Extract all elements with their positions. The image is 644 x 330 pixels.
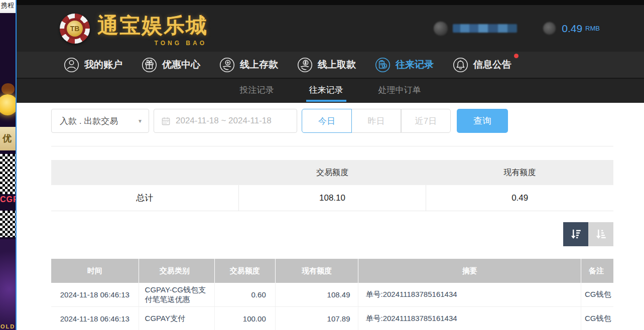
chip-monogram: TB <box>67 21 83 37</box>
brand-name-en: TONG BAO <box>155 40 207 47</box>
main-window: TB 通宝娱乐城 TONG BAO 0.49 RMB 我的账户 <box>16 0 644 330</box>
records-clipboard-clock-icon <box>374 57 391 73</box>
transaction-type-value: 入款 . 出款交易 <box>60 115 118 127</box>
date-range-value: 2024-11-18 ~ 2024-11-18 <box>176 116 272 126</box>
cell-summary: 单号:202411183785161434 <box>358 307 581 330</box>
col-header-remark: 备注 <box>581 259 613 283</box>
table-row: 2024-11-18 06:46:13 CGPAY支付 100.00 107.8… <box>51 307 613 330</box>
records-table: 时间 交易类别 交易额度 现有额度 摘要 备注 2024-11-18 06:46… <box>51 259 613 330</box>
nav-label: 线上取款 <box>318 58 356 71</box>
primary-nav: 我的账户 优惠中心 线上存款 <box>17 52 644 78</box>
brand-name-cn: 通宝娱乐城 <box>97 12 208 40</box>
sort-controls <box>51 222 613 246</box>
tab-processing-orders[interactable]: 处理中订单 <box>375 79 424 103</box>
poker-chip-logo-icon: TB <box>60 14 90 44</box>
records-content: 入款 . 出款交易 ▼ 2024-11-18 ~ 2024-11-18 今日 <box>17 103 644 330</box>
background-browser-tab[interactable]: 携程 <box>0 0 16 13</box>
cell-transaction-amount: 0.60 <box>214 283 275 306</box>
summary-transaction-amount: 108.10 <box>238 185 426 211</box>
last-7-days-button[interactable]: 近7日 <box>401 109 451 133</box>
query-button[interactable]: 查询 <box>457 109 508 133</box>
nav-label: 优惠中心 <box>162 58 200 71</box>
cell-type: CGPAY支付 <box>139 307 214 330</box>
nav-label: 线上存款 <box>240 58 278 71</box>
deposit-coin-hand-icon <box>219 57 235 73</box>
col-header-time: 时间 <box>51 259 139 283</box>
nav-item-my-account[interactable]: 我的账户 <box>63 57 122 73</box>
col-header-summary: 摘要 <box>358 259 581 283</box>
nav-item-transaction-records[interactable]: 往来记录 <box>374 57 434 73</box>
summary-table-row: 总计 108.10 0.49 <box>51 185 613 211</box>
cell-current-amount: 108.49 <box>275 283 358 306</box>
site-logo[interactable]: TB 通宝娱乐城 TONG BAO <box>60 12 208 46</box>
bull-mascot-image <box>2 83 15 94</box>
cell-current-amount: 107.89 <box>275 307 358 330</box>
gold-coin-image <box>0 94 16 115</box>
cell-time: 2024-11-18 06:46:13 <box>51 283 139 306</box>
tab-transaction-records[interactable]: 往来记录 <box>306 79 346 103</box>
summary-table-header: 交易额度 现有额度 <box>51 160 613 185</box>
cell-time: 2024-11-18 06:46:13 <box>51 307 139 330</box>
promo-banner: 优 <box>0 127 16 150</box>
summary-header-current-amount: 现有额度 <box>426 160 613 185</box>
nav-item-announcements[interactable]: 信息公告 <box>452 57 511 73</box>
tab-betting-records[interactable]: 投注记录 <box>237 79 277 103</box>
summary-header-empty <box>51 160 238 185</box>
nav-item-online-deposit[interactable]: 线上存款 <box>219 57 278 73</box>
cell-type: CGPAY-CG钱包支付笔笔送优惠 <box>139 283 214 306</box>
promo-background: OLD <box>0 239 16 330</box>
sort-ascending-icon <box>594 227 608 241</box>
balance-amount: 0.49 <box>562 23 582 35</box>
user-info-area: 0.49 RMB <box>434 22 600 36</box>
gift-icon <box>141 57 158 73</box>
qr-code-image <box>0 211 16 237</box>
avatar[interactable] <box>434 22 448 36</box>
notification-dot <box>514 54 519 58</box>
summary-current-amount: 0.49 <box>426 185 613 211</box>
nav-item-promotions[interactable]: 优惠中心 <box>141 57 200 73</box>
username-redacted <box>453 24 517 33</box>
table-row: 2024-11-18 06:46:13 CGPAY-CG钱包支付笔笔送优惠 0.… <box>51 283 613 307</box>
col-header-current-amount: 现有额度 <box>275 259 358 283</box>
withdraw-coin-hand-icon <box>297 57 313 73</box>
nav-label: 信息公告 <box>473 58 511 71</box>
section-divider <box>51 146 613 146</box>
col-header-transaction-amount: 交易额度 <box>214 259 275 283</box>
chevron-down-icon: ▼ <box>138 118 143 124</box>
nav-label: 我的账户 <box>84 58 122 71</box>
nav-item-online-withdrawal[interactable]: 线上取款 <box>297 57 356 73</box>
nav-label: 往来记录 <box>396 58 434 71</box>
cell-summary: 单号:202411183785161434 <box>358 283 581 306</box>
background-window-strip: 携程 优 CGP OLD <box>0 0 16 330</box>
cell-transaction-amount: 100.00 <box>214 307 275 330</box>
record-tabs: 投注记录 往来记录 处理中订单 <box>17 78 644 103</box>
sort-descending-button[interactable] <box>563 222 588 246</box>
brand-wordmark: 通宝娱乐城 TONG BAO <box>97 12 208 46</box>
coin-balance-icon <box>543 22 556 35</box>
balance-currency: RMB <box>585 25 600 32</box>
gold-brand-text: OLD <box>1 323 15 329</box>
records-table-header: 时间 交易类别 交易额度 现有额度 摘要 备注 <box>51 259 613 283</box>
sort-descending-icon <box>569 227 583 241</box>
today-button[interactable]: 今日 <box>302 109 352 133</box>
bell-icon <box>452 57 469 73</box>
summary-total-label: 总计 <box>51 185 238 211</box>
account-person-icon <box>63 57 80 73</box>
col-header-type: 交易类别 <box>139 259 214 283</box>
sort-ascending-button[interactable] <box>588 222 613 246</box>
qr-code-image <box>0 154 16 194</box>
summary-table: 交易额度 现有额度 总计 108.10 0.49 <box>51 160 613 211</box>
transaction-type-select[interactable]: 入款 . 出款交易 ▼ <box>51 109 149 133</box>
date-range-picker[interactable]: 2024-11-18 ~ 2024-11-18 <box>154 109 297 133</box>
summary-header-transaction-amount: 交易额度 <box>238 160 426 185</box>
cell-remark: CG钱包 <box>581 307 613 330</box>
cgp-logo-text: CGP <box>0 195 16 204</box>
filter-row: 入款 . 出款交易 ▼ 2024-11-18 ~ 2024-11-18 今日 <box>51 109 613 133</box>
quick-range-group: 今日 昨日 近7日 <box>302 109 451 133</box>
window-top-strip <box>17 0 644 5</box>
yesterday-button[interactable]: 昨日 <box>352 109 401 133</box>
calendar-icon <box>161 116 171 126</box>
site-header: TB 通宝娱乐城 TONG BAO 0.49 RMB <box>17 5 644 52</box>
cell-remark: CG钱包 <box>581 283 613 306</box>
